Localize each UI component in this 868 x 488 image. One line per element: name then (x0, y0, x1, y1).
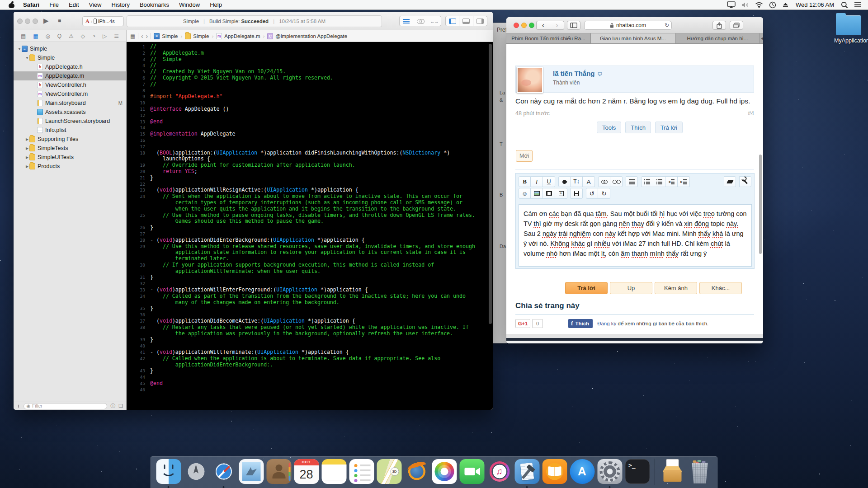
eraser-icon[interactable] (724, 176, 736, 187)
dock-installer-icon[interactable] (659, 459, 685, 485)
dock-maps-icon[interactable]: 3D (376, 459, 402, 485)
dock-app-store-icon[interactable]: A (569, 459, 595, 485)
clock-menu-icon[interactable] (769, 1, 776, 9)
bold-icon[interactable]: B (519, 176, 531, 187)
version-editor-icon[interactable]: ←→ (427, 16, 441, 26)
insert-box-icon[interactable] (555, 188, 567, 199)
volume-icon[interactable] (741, 2, 749, 8)
list-ol-icon[interactable] (653, 176, 665, 187)
menu-item-edit[interactable]: Edit (64, 1, 84, 8)
zoom-button[interactable] (529, 23, 534, 28)
gplus-button[interactable]: G+1 (515, 319, 530, 328)
spotlight-icon[interactable] (841, 1, 848, 9)
find-navigator-icon[interactable]: Q (57, 33, 61, 39)
outdent-icon[interactable]: ◂ (665, 176, 678, 187)
file-row-LaunchScreen.storyboard[interactable]: LaunchScreen.storyboard (14, 117, 126, 126)
jump-bar[interactable]: ▦ ‹ › ≡Simple›Simple›mAppDelegate.m›C@im… (127, 30, 493, 42)
eject-icon[interactable] (782, 2, 789, 8)
debug-navigator-icon[interactable]: ◔ (92, 33, 95, 39)
dock-terminal-icon[interactable]: >_ (624, 459, 651, 485)
scheme-selector[interactable]: A › iPh...4s (82, 16, 124, 26)
browser-tab-2[interactable]: Hướng dẫn chụp màn hì... (675, 33, 760, 43)
file-row-ViewController.h[interactable]: hViewController.h (14, 80, 126, 89)
close-button[interactable] (17, 19, 23, 24)
browser-tab-0[interactable]: Phim Boom Tấn mới chiếu Rạ... (506, 33, 591, 43)
dock-calendar-icon[interactable]: OCT28 (293, 459, 320, 485)
menu-item-view[interactable]: View (84, 1, 107, 8)
project-navigator[interactable]: ▼≡Simple▼SimplehAppDelegate.hmAppDelegat… (14, 42, 127, 402)
sidebar-toggle-icon[interactable] (567, 21, 580, 30)
notification-center-icon[interactable] (854, 2, 862, 8)
facebook-like-button[interactable]: f Thích (568, 319, 593, 328)
redo-icon[interactable]: ↻ (598, 188, 610, 199)
dock-system-preferences-icon[interactable] (597, 459, 623, 485)
film-icon[interactable] (543, 188, 555, 199)
dock-mail-icon[interactable] (238, 459, 264, 485)
box-icon[interactable]: ❏ (118, 403, 123, 409)
wrench-icon[interactable] (739, 176, 751, 187)
add-icon[interactable]: + (17, 403, 20, 409)
info-icon[interactable]: ⓘ (110, 403, 115, 409)
dock-photos-icon[interactable] (431, 459, 458, 485)
navigator-selector-bar[interactable]: ▤ ▦ ◎ Q ⚠ ◇ ◔ ▷ ☰ (14, 30, 127, 42)
menu-item-file[interactable]: File (44, 1, 64, 8)
file-row-ViewController.m[interactable]: mViewController.m (14, 89, 126, 99)
dock-trash-icon[interactable] (687, 459, 713, 485)
post-action-Tools[interactable]: Tools (597, 122, 621, 133)
run-button[interactable]: ▶ (43, 17, 49, 25)
file-row-SimpleTests[interactable]: ▶SimpleTests (14, 144, 126, 153)
standard-editor-icon[interactable] (399, 16, 413, 26)
avatar[interactable] (517, 67, 543, 93)
utilities-toggle-icon[interactable] (473, 16, 487, 26)
reply-button-1[interactable]: Up (610, 282, 652, 294)
zoom-button[interactable] (33, 19, 38, 24)
tab-overview-icon[interactable] (730, 21, 743, 30)
xcode-window[interactable]: ▶ ■ A › iPh...4s Simple | Build Simple: … (14, 12, 493, 410)
dock-itunes-icon[interactable]: ♫ (486, 459, 513, 485)
reply-button-2[interactable]: Kèm ảnh (655, 282, 697, 294)
symbol-navigator-icon[interactable]: ◎ (45, 33, 50, 39)
menu-item-safari[interactable]: Safari (21, 1, 44, 8)
project-navigator-icon[interactable]: ▦ (33, 33, 38, 39)
view-toggles-segment[interactable] (445, 16, 487, 26)
file-row-SimpleUITests[interactable]: ▶SimpleUITests (14, 153, 126, 162)
file-row-AppDelegate.m[interactable]: mAppDelegate.m (14, 71, 126, 80)
jump-bar-crumb[interactable]: C@implementation AppDelegate (267, 33, 347, 39)
post-action-Trả lời[interactable]: Trả lời (655, 122, 683, 133)
text-color-icon[interactable] (558, 176, 571, 187)
post-author-link[interactable]: lã tiến Thắng🗩 (553, 70, 603, 77)
dock-facetime-icon[interactable] (459, 459, 485, 485)
file-row-Assets.xcassets[interactable]: Assets.xcassets (14, 108, 126, 117)
post-index[interactable]: #4 (748, 110, 754, 117)
file-row-Products[interactable]: ▶Products (14, 162, 126, 171)
editor-mode-segment[interactable]: ←→ (399, 16, 441, 26)
new-tab-button[interactable]: + (760, 33, 763, 43)
menu-clock[interactable]: Wed 12:06 AM (796, 1, 834, 8)
file-row-Main.storyboard[interactable]: Main.storyboardM (14, 99, 126, 108)
jump-bar-crumb[interactable]: Simple (185, 33, 209, 39)
filter-input[interactable]: ◉ Filter (24, 403, 108, 409)
unlink-icon[interactable] (610, 176, 623, 187)
debug-area-toggle-icon[interactable] (459, 16, 473, 26)
save-icon[interactable] (571, 188, 583, 199)
editor-scrollbar[interactable] (489, 44, 492, 324)
standard-editor-icon[interactable]: ▤ (21, 33, 26, 39)
address-bar[interactable]: nhattao.com ↻ (584, 21, 672, 30)
forward-button[interactable]: › (146, 33, 148, 40)
navigator-toggle-icon[interactable] (445, 16, 459, 26)
file-row-Info.plist[interactable]: Info.plist (14, 126, 126, 135)
post-time[interactable]: 48 phút trước (515, 110, 550, 117)
folder-icon[interactable] (836, 15, 861, 35)
align-icon[interactable] (626, 176, 638, 187)
jump-bar-crumb[interactable]: ≡Simple (154, 33, 178, 39)
report-navigator-icon[interactable]: ☰ (114, 33, 119, 39)
minimize-button[interactable] (25, 19, 30, 24)
reply-button-0[interactable]: Trả lời (565, 282, 608, 294)
desktop-folder[interactable]: MyApplication (834, 15, 863, 44)
related-items-icon[interactable]: ▦ (130, 33, 135, 39)
link-icon[interactable] (598, 176, 610, 187)
menu-item-history[interactable]: History (106, 1, 134, 8)
dock-ibooks-icon[interactable] (542, 459, 568, 485)
back-button[interactable]: ‹ (536, 21, 550, 30)
assistant-editor-icon[interactable] (413, 16, 427, 26)
